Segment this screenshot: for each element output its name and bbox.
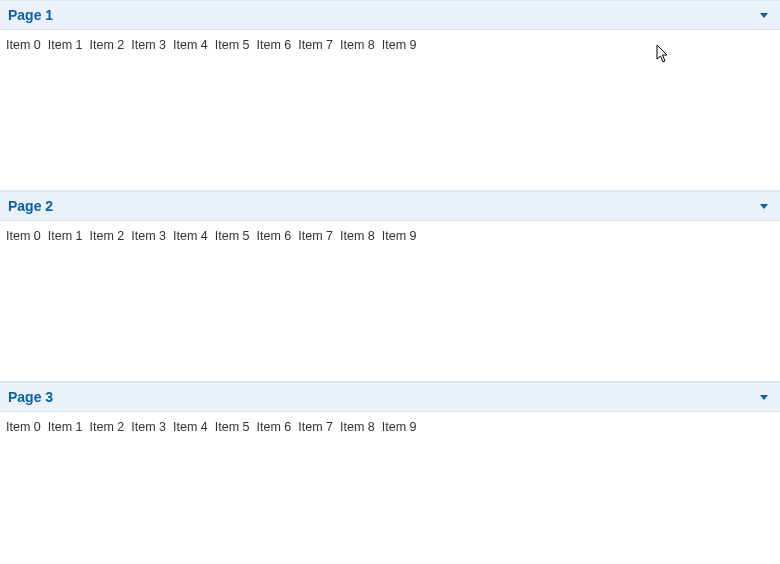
list-item[interactable]: Item 1	[48, 227, 90, 245]
list-item[interactable]: Item 9	[382, 418, 424, 436]
item-row: Item 0 Item 1 Item 2 Item 3 Item 4 Item …	[6, 418, 774, 436]
list-item[interactable]: Item 6	[257, 227, 299, 245]
list-item[interactable]: Item 0	[6, 36, 48, 54]
list-item[interactable]: Item 3	[131, 418, 173, 436]
list-item[interactable]: Item 0	[6, 227, 48, 245]
panel-header-page-2[interactable]: Page 2	[0, 192, 780, 221]
list-item[interactable]: Item 7	[298, 36, 340, 54]
panel-page-2: Page 2 Item 0 Item 1 Item 2 Item 3 Item …	[0, 191, 780, 382]
list-item[interactable]: Item 1	[48, 418, 90, 436]
panel-body-page-3: Item 0 Item 1 Item 2 Item 3 Item 4 Item …	[0, 412, 780, 564]
list-item[interactable]: Item 4	[173, 418, 215, 436]
panel-title: Page 2	[8, 198, 53, 214]
chevron-down-icon	[760, 395, 768, 400]
panel-header-page-3[interactable]: Page 3	[0, 383, 780, 412]
list-item[interactable]: Item 5	[215, 227, 257, 245]
list-item[interactable]: Item 1	[48, 36, 90, 54]
list-item[interactable]: Item 6	[257, 418, 299, 436]
panel-page-1: Page 1 Item 0 Item 1 Item 2 Item 3 Item …	[0, 0, 780, 191]
item-row: Item 0 Item 1 Item 2 Item 3 Item 4 Item …	[6, 227, 774, 245]
chevron-down-icon	[760, 204, 768, 209]
list-item[interactable]: Item 2	[90, 227, 132, 245]
panel-body-page-1: Item 0 Item 1 Item 2 Item 3 Item 4 Item …	[0, 30, 780, 190]
list-item[interactable]: Item 2	[90, 36, 132, 54]
list-item[interactable]: Item 3	[131, 36, 173, 54]
panel-header-page-1[interactable]: Page 1	[0, 1, 780, 30]
list-item[interactable]: Item 7	[298, 418, 340, 436]
list-item[interactable]: Item 5	[215, 418, 257, 436]
list-item[interactable]: Item 6	[257, 36, 299, 54]
list-item[interactable]: Item 3	[131, 227, 173, 245]
list-item[interactable]: Item 2	[90, 418, 132, 436]
panel-title: Page 3	[8, 389, 53, 405]
item-row: Item 0 Item 1 Item 2 Item 3 Item 4 Item …	[6, 36, 774, 54]
list-item[interactable]: Item 0	[6, 418, 48, 436]
panel-page-3: Page 3 Item 0 Item 1 Item 2 Item 3 Item …	[0, 382, 780, 564]
list-item[interactable]: Item 8	[340, 227, 382, 245]
list-item[interactable]: Item 8	[340, 418, 382, 436]
list-item[interactable]: Item 7	[298, 227, 340, 245]
panel-body-page-2: Item 0 Item 1 Item 2 Item 3 Item 4 Item …	[0, 221, 780, 381]
chevron-down-icon	[760, 13, 768, 18]
list-item[interactable]: Item 9	[382, 227, 424, 245]
list-item[interactable]: Item 4	[173, 36, 215, 54]
list-item[interactable]: Item 5	[215, 36, 257, 54]
panel-title: Page 1	[8, 7, 53, 23]
list-item[interactable]: Item 9	[382, 36, 424, 54]
list-item[interactable]: Item 4	[173, 227, 215, 245]
list-item[interactable]: Item 8	[340, 36, 382, 54]
